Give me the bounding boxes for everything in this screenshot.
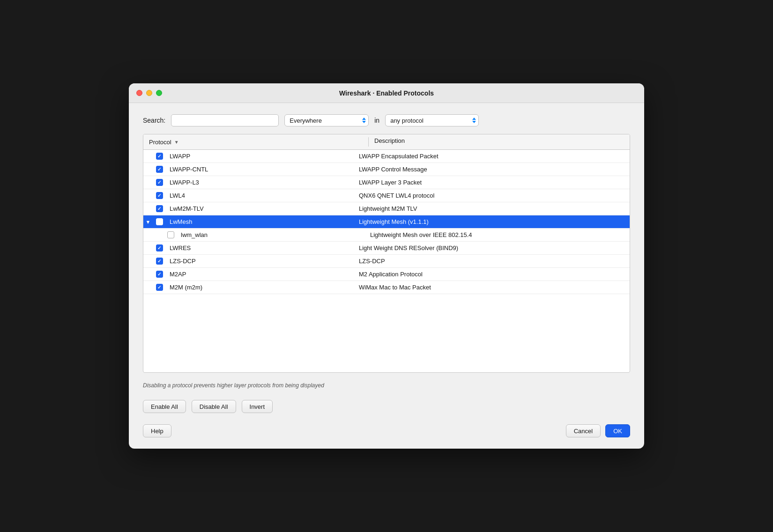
row-description: WiMax Mac to Mac Packet	[353, 282, 630, 293]
checkbox-lzs-dcp[interactable]	[156, 258, 163, 265]
window-title: Wireshark · Enabled Protocols	[339, 89, 434, 97]
table-row[interactable]: LWAPP LWAPP Encapsulated Packet	[143, 150, 630, 163]
row-checkbox[interactable]	[164, 231, 177, 238]
table-row[interactable]: LWAPP-CNTL LWAPP Control Message	[143, 163, 630, 176]
row-checkbox[interactable]	[153, 153, 166, 160]
window-content: Search: Everywhere Name Description in a…	[129, 103, 644, 449]
row-description: LWAPP Encapsulated Packet	[353, 151, 630, 162]
hint-text: Disabling a protocol prevents higher lay…	[143, 382, 630, 389]
row-protocol-name: LwMesh	[166, 216, 353, 227]
row-checkbox[interactable]	[153, 192, 166, 199]
search-label: Search:	[143, 117, 165, 124]
bottom-row: Help Cancel OK	[143, 424, 630, 437]
row-checkbox[interactable]	[153, 244, 166, 251]
title-bar: Wireshark · Enabled Protocols	[129, 83, 644, 103]
cancel-button[interactable]: Cancel	[566, 424, 601, 437]
close-button[interactable]	[136, 90, 142, 96]
invert-button[interactable]: Invert	[242, 400, 273, 413]
row-protocol-name: M2AP	[166, 269, 353, 280]
table-row[interactable]: LwM2M-TLV Lightweight M2M TLV	[143, 202, 630, 215]
table-row[interactable]: M2M (m2m) WiMax Mac to Mac Packet	[143, 281, 630, 294]
table-row[interactable]: LZS-DCP LZS-DCP	[143, 255, 630, 268]
row-checkbox[interactable]	[153, 284, 166, 291]
row-description: Light Weight DNS RESolver (BIND9)	[353, 243, 630, 253]
checkbox-lwres[interactable]	[156, 244, 163, 251]
in-label: in	[374, 117, 379, 124]
checkbox-lwm-wlan[interactable]	[167, 231, 174, 238]
table-row[interactable]: M2AP M2 Application Protocol	[143, 268, 630, 281]
sort-icon: ▼	[174, 140, 179, 145]
protocol-dropdown[interactable]: any protocol	[385, 114, 479, 126]
row-checkbox[interactable]	[153, 258, 166, 265]
checkbox-lwapp-cntl[interactable]	[156, 166, 163, 173]
table-row[interactable]: lwm_wlan Lightweight Mesh over IEEE 802.…	[143, 229, 630, 242]
table-row[interactable]: LWAPP-L3 LWAPP Layer 3 Packet	[143, 176, 630, 189]
table-row[interactable]: LWL4 QNX6 QNET LWL4 protocol	[143, 189, 630, 202]
bottom-right: Cancel OK	[566, 424, 630, 437]
row-protocol-name: LWAPP-L3	[166, 177, 353, 188]
row-description: Lightweight Mesh (v1.1.1)	[353, 216, 630, 227]
protocol-dropdown-wrapper: any protocol	[385, 114, 479, 126]
row-protocol-name: LZS-DCP	[166, 256, 353, 266]
protocol-table: Protocol ▼ Description LWAPP LWAPP Encap…	[143, 134, 630, 373]
checkbox-lwapp-l3[interactable]	[156, 179, 163, 186]
row-description: QNX6 QNET LWL4 protocol	[353, 190, 630, 201]
checkbox-lwapp[interactable]	[156, 153, 163, 160]
column-header-description: Description	[369, 137, 630, 147]
main-window: Wireshark · Enabled Protocols Search: Ev…	[129, 83, 644, 449]
row-protocol-name: LWAPP-CNTL	[166, 164, 353, 175]
row-checkbox[interactable]	[153, 179, 166, 186]
search-input[interactable]	[171, 114, 279, 126]
checkbox-lwm2m[interactable]	[156, 205, 163, 212]
table-header: Protocol ▼ Description	[143, 134, 630, 150]
row-description: LZS-DCP	[353, 256, 630, 266]
row-description: LWAPP Layer 3 Packet	[353, 177, 630, 188]
checkbox-m2m[interactable]	[156, 284, 163, 291]
table-row[interactable]: ▼ LwMesh Lightweight Mesh (v1.1.1)	[143, 215, 630, 229]
ok-button[interactable]: OK	[605, 424, 630, 437]
row-checkbox[interactable]	[153, 205, 166, 212]
table-body: LWAPP LWAPP Encapsulated Packet LWAPP-CN…	[143, 150, 630, 294]
checkbox-lwl4[interactable]	[156, 192, 163, 199]
row-protocol-name: lwm_wlan	[177, 229, 364, 240]
maximize-button[interactable]	[156, 90, 162, 96]
row-protocol-name: M2M (m2m)	[166, 282, 353, 293]
traffic-lights	[136, 90, 162, 96]
row-protocol-name: LWRES	[166, 243, 353, 253]
table-row[interactable]: LWRES Light Weight DNS RESolver (BIND9)	[143, 242, 630, 255]
row-protocol-name: LWL4	[166, 190, 353, 201]
row-protocol-name: LWAPP	[166, 151, 353, 162]
row-checkbox[interactable]	[153, 166, 166, 173]
minimize-button[interactable]	[146, 90, 152, 96]
row-description: M2 Application Protocol	[353, 269, 630, 280]
row-description: LWAPP Control Message	[353, 164, 630, 175]
row-description: Lightweight Mesh over IEEE 802.15.4	[364, 229, 630, 240]
expand-icon: ▼	[143, 219, 153, 225]
help-button[interactable]: Help	[143, 424, 171, 437]
row-checkbox[interactable]	[153, 218, 166, 225]
search-row: Search: Everywhere Name Description in a…	[143, 114, 630, 126]
column-header-protocol: Protocol ▼	[143, 137, 368, 147]
location-dropdown-wrapper: Everywhere Name Description	[284, 114, 369, 126]
row-description: Lightweight M2M TLV	[353, 203, 630, 214]
enable-all-button[interactable]: Enable All	[143, 400, 186, 413]
row-protocol-name: LwM2M-TLV	[166, 203, 353, 214]
checkbox-lwmesh[interactable]	[156, 218, 163, 225]
row-checkbox[interactable]	[153, 271, 166, 278]
disable-all-button[interactable]: Disable All	[192, 400, 236, 413]
location-dropdown[interactable]: Everywhere Name Description	[284, 114, 369, 126]
checkbox-m2ap[interactable]	[156, 271, 163, 278]
action-buttons: Enable All Disable All Invert	[143, 400, 630, 413]
